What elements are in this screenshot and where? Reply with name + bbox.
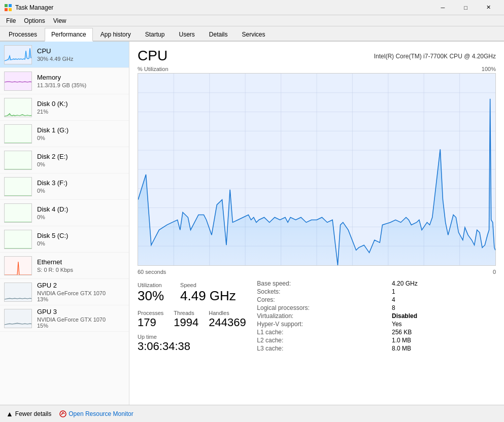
- svg-rect-2: [5, 8, 8, 11]
- menu-options[interactable]: Options: [20, 16, 49, 25]
- threads-label: Threads: [174, 310, 198, 316]
- svg-rect-3: [9, 8, 12, 11]
- processes-value: 179: [138, 316, 163, 329]
- hyperv-key: Hyper-V support:: [257, 321, 392, 328]
- l3cache-key: L3 cache:: [257, 345, 392, 352]
- cpu-chart: [138, 73, 496, 266]
- chart-time-labels: 60 seconds 0: [138, 269, 496, 275]
- sidebar-cpu-name: CPU: [37, 47, 125, 55]
- cpu-model-label: Intel(R) Core(TM) i7-7700K CPU @ 4.20GHz: [374, 53, 496, 60]
- utilization-value: 30%: [138, 288, 164, 304]
- svg-line-25: [63, 412, 64, 414]
- page-title: CPU: [138, 48, 167, 64]
- handles-value: 244369: [209, 316, 246, 329]
- sidebar-disk1-name: Disk 1 (G:): [37, 126, 125, 134]
- speed-label: Speed: [180, 282, 236, 288]
- cores-val: 4: [392, 296, 496, 303]
- disk1-thumbnail: [4, 124, 32, 144]
- sidebar: CPU 30% 4.49 GHz Memory 11.3/31.9 GB (35…: [0, 42, 129, 405]
- virtualization-key: Virtualization:: [257, 312, 392, 320]
- maximize-button[interactable]: □: [454, 0, 477, 15]
- virtualization-val: Disabled: [392, 312, 496, 320]
- svg-rect-1: [9, 4, 12, 7]
- sidebar-item-disk3[interactable]: Disk 3 (F:) 0%: [0, 173, 129, 200]
- sidebar-disk3-value: 0%: [37, 188, 125, 194]
- menu-bar: File Options View: [0, 15, 504, 26]
- app-icon: [4, 4, 12, 12]
- sidebar-gpu2-value: NVIDIA GeForce GTX 1070 13%: [37, 290, 125, 302]
- menu-file[interactable]: File: [2, 16, 20, 25]
- fewer-details-label: Fewer details: [15, 410, 51, 417]
- sidebar-ethernet-value: S: 0 R: 0 Kbps: [37, 267, 125, 273]
- base-speed-key: Base speed:: [257, 280, 392, 287]
- sidebar-disk0-name: Disk 0 (K:): [37, 100, 125, 108]
- utilization-label: Utilization: [138, 282, 164, 288]
- processes-label: Processes: [138, 310, 163, 316]
- open-resource-monitor-button[interactable]: Open Resource Monitor: [59, 410, 133, 417]
- stats-left: Utilization 30% Speed 4.49 GHz Processes…: [138, 280, 257, 353]
- chart-y-max: 100%: [482, 66, 496, 72]
- sidebar-item-disk5[interactable]: Disk 5 (C:) 0%: [0, 226, 129, 253]
- fewer-details-button[interactable]: ▲ Fewer details: [6, 410, 51, 418]
- minimize-button[interactable]: ─: [431, 0, 454, 15]
- speed-value: 4.49 GHz: [180, 288, 236, 304]
- sidebar-item-disk1[interactable]: Disk 1 (G:) 0%: [0, 121, 129, 147]
- sidebar-item-ethernet[interactable]: Ethernet S: 0 R: 0 Kbps: [0, 253, 129, 279]
- tab-services[interactable]: Services: [236, 28, 272, 41]
- sidebar-disk5-name: Disk 5 (C:): [37, 232, 125, 239]
- tab-app-history[interactable]: App history: [94, 28, 138, 41]
- app-title: Task Manager: [15, 4, 53, 11]
- close-button[interactable]: ✕: [477, 0, 500, 15]
- sidebar-memory-name: Memory: [37, 74, 125, 81]
- cores-key: Cores:: [257, 296, 392, 303]
- footer: ▲ Fewer details Open Resource Monitor: [0, 405, 504, 422]
- sidebar-item-cpu[interactable]: CPU 30% 4.49 GHz: [0, 42, 129, 68]
- sidebar-disk1-value: 0%: [37, 135, 125, 141]
- menu-view[interactable]: View: [49, 16, 71, 25]
- sidebar-item-memory[interactable]: Memory 11.3/31.9 GB (35%): [0, 68, 129, 94]
- sockets-key: Sockets:: [257, 288, 392, 295]
- content-header: CPU Intel(R) Core(TM) i7-7700K CPU @ 4.2…: [138, 48, 496, 64]
- logical-processors-key: Logical processors:: [257, 304, 392, 311]
- resource-monitor-icon: [59, 410, 66, 417]
- stats-row: Utilization 30% Speed 4.49 GHz Processes…: [138, 280, 496, 353]
- sidebar-item-gpu3[interactable]: GPU 3 NVIDIA GeForce GTX 1070 15%: [0, 305, 129, 332]
- disk0-thumbnail: [4, 98, 32, 117]
- l3cache-val: 8.0 MB: [392, 345, 496, 352]
- sidebar-item-disk4[interactable]: Disk 4 (D:) 0%: [0, 200, 129, 226]
- sidebar-cpu-value: 30% 4.49 GHz: [37, 56, 125, 62]
- tab-details[interactable]: Details: [203, 28, 234, 41]
- sidebar-item-disk2[interactable]: Disk 2 (E:) 0%: [0, 147, 129, 173]
- memory-thumbnail: [4, 72, 32, 91]
- sidebar-gpu3-value: NVIDIA GeForce GTX 1070 15%: [37, 316, 125, 329]
- chart-y-label: % Utilization: [138, 66, 169, 72]
- threads-value: 1994: [174, 316, 198, 329]
- sidebar-ethernet-name: Ethernet: [37, 258, 125, 266]
- disk4-thumbnail: [4, 203, 32, 223]
- gpu2-thumbnail: [4, 283, 32, 302]
- uptime-label: Up time: [138, 334, 257, 340]
- disk3-thumbnail: [4, 177, 32, 196]
- tab-users[interactable]: Users: [172, 28, 201, 41]
- l1cache-key: L1 cache:: [257, 329, 392, 336]
- logical-processors-val: 8: [392, 304, 496, 311]
- cpu-thumbnail: [4, 45, 32, 64]
- tab-processes[interactable]: Processes: [2, 28, 44, 41]
- sidebar-disk0-value: 21%: [37, 109, 125, 115]
- tab-performance[interactable]: Performance: [45, 28, 93, 42]
- sidebar-item-disk0[interactable]: Disk 0 (K:) 21%: [0, 94, 129, 121]
- hyperv-val: Yes: [392, 321, 496, 328]
- tab-bar: Processes Performance App history Startu…: [0, 26, 504, 42]
- sidebar-item-gpu2[interactable]: GPU 2 NVIDIA GeForce GTX 1070 13%: [0, 279, 129, 305]
- l2cache-val: 1.0 MB: [392, 337, 496, 344]
- svg-line-24: [61, 412, 63, 415]
- content-area: CPU Intel(R) Core(TM) i7-7700K CPU @ 4.2…: [129, 42, 504, 405]
- main-container: CPU 30% 4.49 GHz Memory 11.3/31.9 GB (35…: [0, 42, 504, 405]
- disk5-thumbnail: [4, 230, 32, 249]
- l1cache-val: 256 KB: [392, 329, 496, 336]
- open-resource-monitor-label: Open Resource Monitor: [69, 410, 133, 417]
- sidebar-disk2-value: 0%: [37, 161, 125, 167]
- chart-time-right: 0: [493, 269, 496, 275]
- tab-startup[interactable]: Startup: [139, 28, 172, 41]
- uptime-value: 3:06:34:38: [138, 340, 257, 353]
